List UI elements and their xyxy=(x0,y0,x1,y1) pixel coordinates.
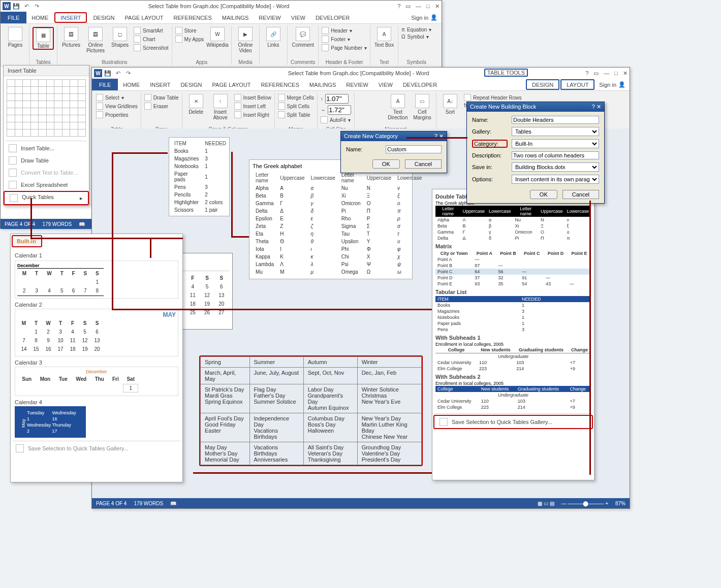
status-proof-icon[interactable]: 📖 xyxy=(170,501,176,506)
ribbon-opts-icon[interactable]: ▭ xyxy=(593,70,599,77)
qat-save-icon[interactable]: 💾 xyxy=(104,70,111,77)
row-height[interactable]: ↕ xyxy=(321,94,351,104)
online-video-button[interactable]: ▶Online Video xyxy=(235,27,256,53)
tab-mailings[interactable]: MAILINGS xyxy=(217,12,254,23)
qat-undo-icon[interactable]: ↶ xyxy=(23,3,30,10)
tab-mailings[interactable]: MAILINGS xyxy=(304,79,341,90)
tab-developer[interactable]: DEVELOPER xyxy=(310,12,355,23)
links-button[interactable]: 🔗Links xyxy=(263,27,284,48)
tab-pagelayout[interactable]: PAGE LAYOUT xyxy=(120,12,169,23)
minimize-icon[interactable]: — xyxy=(416,3,421,10)
view-icons[interactable]: ▦ ▭ ▤ xyxy=(538,501,554,506)
bb-name-input[interactable] xyxy=(512,116,599,124)
repeat-header-button[interactable]: Repeat Header Rows xyxy=(464,94,522,101)
insert-below-button[interactable]: Insert Below xyxy=(234,94,271,101)
tab-insert[interactable]: INSERT xyxy=(54,12,87,23)
tab-view[interactable]: VIEW xyxy=(373,79,398,90)
sort-button[interactable]: A↓Sort xyxy=(440,94,461,115)
qat-save-icon[interactable]: 💾 xyxy=(13,3,20,10)
ribbon-opts-icon[interactable]: ▭ xyxy=(405,3,411,10)
online-pictures-button[interactable]: 🖼Online Pictures xyxy=(85,27,106,53)
tab-references[interactable]: REFERENCES xyxy=(169,12,217,23)
zoom-slider[interactable]: — ———⬤——— + xyxy=(561,501,608,506)
tab-review[interactable]: REVIEW xyxy=(341,79,373,90)
shapes-button[interactable]: ◻Shapes xyxy=(109,27,131,48)
split-table-button[interactable]: Split Table xyxy=(278,111,314,118)
menu-insert-table[interactable]: Insert Table... xyxy=(4,142,89,154)
signin[interactable]: Sign in👤 xyxy=(595,79,630,90)
merge-cells-button[interactable]: Merge Cells xyxy=(278,94,314,101)
close-icon[interactable]: ✕ xyxy=(435,3,440,10)
tab-home[interactable]: HOME xyxy=(26,12,53,23)
tab-design[interactable]: DESIGN xyxy=(175,79,207,90)
tab-design-ctx[interactable]: DESIGN xyxy=(526,79,559,90)
help-icon[interactable]: ? xyxy=(397,3,400,10)
store-button[interactable]: Store xyxy=(175,27,204,34)
pagenumber-button[interactable]: Page Number ▾ xyxy=(322,44,367,51)
cancel-button[interactable]: Cancel xyxy=(562,190,599,199)
gallery-calendar2[interactable]: Calendar 2 xyxy=(15,302,178,308)
alignment-grid[interactable] xyxy=(358,94,384,96)
properties-button[interactable]: Properties xyxy=(96,111,138,118)
menu-draw-table[interactable]: Draw Table xyxy=(4,154,89,167)
split-cells-button[interactable]: Split Cells xyxy=(278,103,314,110)
tab-file[interactable]: FILE xyxy=(1,12,26,23)
select-button[interactable]: Select ▾ xyxy=(96,94,138,101)
gallery-calendar3[interactable]: Calendar 3 xyxy=(15,360,178,366)
tab-review[interactable]: REVIEW xyxy=(254,12,286,23)
gallery-calendar4[interactable]: Calendar 4 xyxy=(15,399,178,405)
qat-undo-icon[interactable]: ↶ xyxy=(114,70,121,77)
menu-quick-tables[interactable]: Quick Tables▸ xyxy=(4,191,89,205)
pages-button[interactable]: Pages xyxy=(5,27,26,48)
tab-developer[interactable]: DEVELOPER xyxy=(398,79,442,90)
tab-file[interactable]: FILE xyxy=(92,79,118,90)
tab-view[interactable]: VIEW xyxy=(286,12,310,23)
tab-home[interactable]: HOME xyxy=(118,79,145,90)
textbox-button[interactable]: AText Box xyxy=(373,27,395,48)
dlg-help-icon[interactable]: ? ✕ xyxy=(592,104,601,110)
tab-pagelayout[interactable]: PAGE LAYOUT xyxy=(207,79,256,90)
ok-button[interactable]: OK xyxy=(372,159,400,169)
text-direction-button[interactable]: AText Direction xyxy=(387,94,409,120)
draw-table-button[interactable]: Draw Table xyxy=(144,94,179,101)
ok-button[interactable]: OK xyxy=(530,190,557,199)
smartart-button[interactable]: SmartArt xyxy=(134,27,169,34)
header-button[interactable]: Header ▾ xyxy=(322,27,367,34)
help-icon[interactable]: ? xyxy=(585,70,588,77)
save-selection-gallery-2[interactable]: Save Selection to Quick Tables Gallery..… xyxy=(433,415,593,429)
cancel-button[interactable]: Cancel xyxy=(405,159,442,169)
qat-redo-icon[interactable]: ↷ xyxy=(33,3,40,10)
delete-button[interactable]: ✕Delete xyxy=(185,94,207,115)
save-selection-gallery-1[interactable]: Save Selection to Quick Tables Gallery..… xyxy=(11,442,182,454)
minimize-icon[interactable]: — xyxy=(604,70,609,77)
tab-insert[interactable]: INSERT xyxy=(145,79,175,90)
eraser-button[interactable]: Eraser xyxy=(144,103,179,110)
wikipedia-button[interactable]: WWikipedia xyxy=(207,27,228,48)
close-icon[interactable]: ✕ xyxy=(623,70,628,77)
maximize-icon[interactable]: □ xyxy=(614,70,618,77)
insert-right-button[interactable]: Insert Right xyxy=(234,111,271,118)
bb-savein-select[interactable]: Building Blocks.dotx xyxy=(512,162,599,172)
tab-references[interactable]: REFERENCES xyxy=(256,79,304,90)
menu-excel-spreadsheet[interactable]: Excel Spreadsheet xyxy=(4,179,89,191)
chart-button[interactable]: Chart xyxy=(134,36,169,43)
comment-button[interactable]: 💬Comment xyxy=(292,27,314,48)
bb-category-select[interactable]: Built-In xyxy=(512,139,599,148)
tab-layout-ctx[interactable]: LAYOUT xyxy=(560,79,594,90)
bb-desc-input[interactable] xyxy=(512,151,599,159)
screenshot-button[interactable]: Screenshot xyxy=(134,44,169,51)
bb-options-select[interactable]: Insert content in its own paragraph xyxy=(512,175,599,184)
table-button[interactable]: ▦Table xyxy=(33,27,54,50)
insert-above-button[interactable]: ↑Insert Above xyxy=(210,94,231,120)
dlg-help-icon[interactable]: ? ✕ xyxy=(434,133,444,140)
autofit-button[interactable]: AutoFit ▾ xyxy=(321,116,351,123)
tab-design[interactable]: DESIGN xyxy=(88,12,119,23)
equation-button[interactable]: π Equation ▾ xyxy=(401,27,431,32)
bb-gallery-select[interactable]: Tables xyxy=(512,127,599,136)
status-proof-icon[interactable]: 📖 xyxy=(79,221,85,227)
qat-redo-icon[interactable]: ↷ xyxy=(124,70,132,77)
category-name-input[interactable] xyxy=(386,145,442,153)
col-width[interactable]: ↔ xyxy=(321,105,351,115)
insert-left-button[interactable]: Insert Left xyxy=(234,103,271,110)
myapps-button[interactable]: My Apps xyxy=(175,36,204,43)
